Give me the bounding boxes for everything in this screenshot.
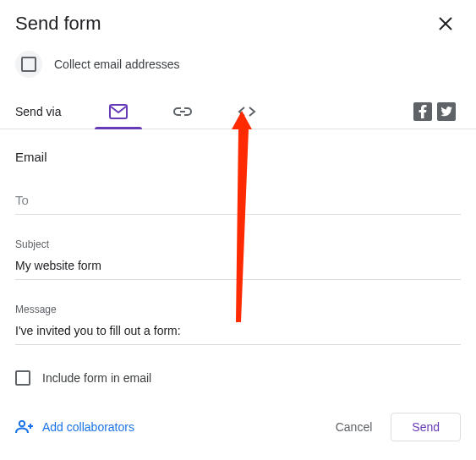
send-button[interactable]: Send — [391, 413, 461, 441]
dialog-footer: Add collaborators Cancel Send — [0, 401, 476, 453]
include-form-checkbox[interactable] — [15, 370, 30, 386]
tab-email[interactable] — [86, 95, 150, 129]
person-add-icon — [15, 420, 34, 434]
twitter-icon — [440, 107, 452, 117]
message-field: Message — [15, 304, 461, 345]
cancel-button[interactable]: Cancel — [324, 413, 385, 441]
svg-point-3 — [19, 421, 25, 426]
collect-emails-checkbox-wrap — [15, 51, 42, 78]
subject-input[interactable] — [15, 254, 461, 280]
facebook-icon — [419, 105, 427, 118]
message-label: Message — [15, 304, 461, 315]
subject-field: Subject — [15, 238, 461, 280]
to-input[interactable] — [15, 188, 461, 215]
email-section-title: Email — [15, 150, 461, 164]
email-icon — [109, 104, 128, 119]
collect-emails-checkbox[interactable] — [21, 57, 36, 72]
email-section: Email Subject Message — [0, 129, 476, 345]
tab-embed[interactable] — [215, 95, 279, 129]
close-icon — [438, 16, 453, 31]
link-icon — [173, 107, 192, 117]
include-form-row: Include form in email — [0, 369, 476, 401]
include-form-label: Include form in email — [42, 371, 151, 385]
collect-emails-row: Collect email addresses — [0, 42, 476, 90]
twitter-button[interactable] — [437, 102, 456, 121]
message-input[interactable] — [15, 319, 461, 345]
dialog-title: Send form — [15, 13, 101, 35]
dialog-header: Send form — [0, 0, 476, 42]
send-via-tabs: Send via — [0, 90, 476, 129]
add-collaborators-button[interactable]: Add collaborators — [15, 420, 134, 434]
social-share — [413, 102, 461, 121]
to-field — [15, 188, 461, 215]
collect-emails-label: Collect email addresses — [54, 58, 180, 71]
facebook-button[interactable] — [413, 102, 432, 121]
embed-icon — [238, 106, 256, 118]
add-collaborators-label: Add collaborators — [42, 420, 134, 434]
send-via-label: Send via — [15, 105, 61, 118]
send-form-dialog: Send form Collect email addresses Send v… — [0, 0, 476, 453]
tab-link[interactable] — [150, 95, 215, 129]
close-button[interactable] — [434, 12, 457, 36]
subject-label: Subject — [15, 238, 461, 250]
